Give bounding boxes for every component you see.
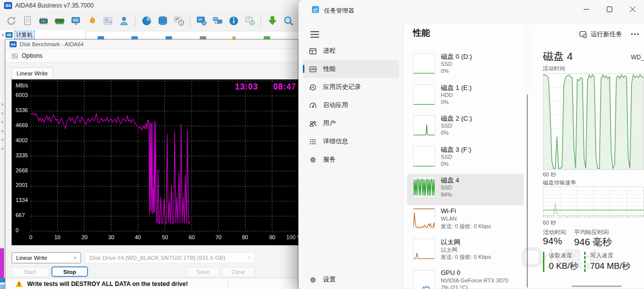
device-list-item-disk1[interactable]: 磁盘 1 (E:) HDD 0% xyxy=(407,81,524,113)
aida64-titlebar[interactable]: 64 AIDA64 Business v7.35.7000 xyxy=(0,0,302,11)
cpu-icon[interactable] xyxy=(37,14,50,27)
horizontal-scrollbar[interactable] xyxy=(572,285,622,287)
start-button[interactable]: Start xyxy=(12,267,48,277)
read-speed-label: 读取速度 xyxy=(549,252,579,259)
aida64-logo-icon: 64 xyxy=(10,41,17,47)
maximize-button[interactable] xyxy=(598,0,621,18)
device-list-item-disk3[interactable]: 磁盘 3 (F:) SSD 0% xyxy=(407,143,524,174)
report-monitor-icon[interactable] xyxy=(195,14,208,27)
task-manager-titlebar[interactable]: 任务管理器 xyxy=(299,0,644,18)
chevron-down-icon[interactable]: ˅ xyxy=(2,32,5,38)
task-manager-title: 任务管理器 xyxy=(324,7,354,15)
sidebar-item-settings[interactable]: 设置 xyxy=(303,271,399,288)
device-sparkline xyxy=(413,177,435,198)
tree-collapse-chevron[interactable]: > xyxy=(1,111,4,116)
device-subtitle: HDD xyxy=(441,92,453,98)
sidebar-item-startup[interactable]: 启动应用 xyxy=(303,97,399,114)
save-button[interactable]: Save xyxy=(187,267,219,277)
list-scrollbar-thumb[interactable] xyxy=(527,94,528,287)
device-subtitle: SSD xyxy=(441,61,452,67)
benchmark-icon[interactable] xyxy=(172,14,185,27)
transfer-chart-label: 磁盘传输速率 xyxy=(543,179,576,186)
y-tick-label: 667 xyxy=(16,212,25,218)
write-speed-label: 写入速度 xyxy=(590,252,630,259)
navigation-menu-button[interactable] xyxy=(306,27,323,42)
run-new-task-button[interactable]: 运行新任务 xyxy=(575,28,626,41)
read-speed-value: 0 KB/秒 xyxy=(549,260,579,272)
tree-collapse-chevron[interactable]: > xyxy=(1,102,4,107)
clock-time: 13:03 xyxy=(235,82,258,91)
tree-collapse-chevron[interactable]: > xyxy=(1,129,4,134)
preferences-icon[interactable] xyxy=(101,14,114,27)
device-list-item-gpu0[interactable]: GPU 0 NVIDIA GeForce RTX 3070 7% (21 °C) xyxy=(407,267,524,289)
report-icon[interactable] xyxy=(21,14,34,27)
tree-collapse-chevron[interactable]: > xyxy=(1,120,4,125)
device-list-item-disk0[interactable]: 磁盘 0 (D:) SSD 0% xyxy=(407,50,524,81)
device-list-item-disk4[interactable]: 磁盘 4 SSD 94% xyxy=(407,174,524,205)
device-list-item-wifi[interactable]: Wi-Fi WLAN 发送: 0 接收: 0 Kbps xyxy=(407,205,524,236)
linear-write-chart xyxy=(31,80,299,232)
x-tick-label: 0 xyxy=(29,234,32,240)
chart1-x-label: 60 秒 xyxy=(543,171,556,178)
detail-disk-model: WD_ xyxy=(631,54,644,61)
drive-select[interactable]: Disk Drive #4 [WD_BLACK SN7100 1TB] (931… xyxy=(85,252,255,263)
device-list-item-disk2[interactable]: 磁盘 2 (C:) SSD 0% xyxy=(407,112,524,143)
chevron-down-icon: ˅ xyxy=(248,255,251,260)
disk-icon[interactable] xyxy=(140,14,153,27)
more-options-button[interactable] xyxy=(629,29,641,39)
history-icon xyxy=(309,83,317,91)
read-speed-block: 读取速度 0 KB/秒 xyxy=(543,252,579,272)
warning-text: Write tests will DESTROY ALL DATA on the… xyxy=(27,280,188,287)
minimize-button[interactable] xyxy=(575,0,598,18)
display-icon[interactable] xyxy=(69,14,82,27)
sidebar-item-performance[interactable]: 性能 xyxy=(303,60,399,78)
info-icon[interactable] xyxy=(227,14,240,27)
aida64-toolbar xyxy=(0,11,302,30)
update-icon[interactable] xyxy=(266,14,279,27)
sidebar-item-label: 进程 xyxy=(323,47,336,55)
test-type-select[interactable]: Linear Write ˅ xyxy=(12,252,81,263)
flame-icon[interactable] xyxy=(85,14,98,27)
remote-monitor-icon[interactable] xyxy=(243,14,256,27)
database-icon[interactable] xyxy=(156,14,169,27)
clear-button[interactable]: Clear xyxy=(222,267,255,277)
tree-item-label[interactable]: 计算机 xyxy=(15,31,34,39)
search-icon[interactable] xyxy=(282,14,295,27)
disk-benchmark-titlebar[interactable]: 64 Disk Benchmark - AIDA64 xyxy=(6,40,298,49)
device-list-item-ethernet[interactable]: 以太网 以太网 发送: 0 接收: 0 Kbps xyxy=(407,236,524,267)
sidebar-item-processes[interactable]: 进程 xyxy=(303,42,399,60)
active-time-chart xyxy=(543,73,644,170)
sidebar-item-label: 用户 xyxy=(323,119,336,128)
device-subtitle: WLAN xyxy=(441,216,457,222)
x-tick-label: 80 xyxy=(242,234,248,240)
sidebar-item-details[interactable]: 详细信息 xyxy=(303,133,399,150)
stop-button[interactable]: Stop xyxy=(51,266,88,277)
performance-icon xyxy=(309,65,317,73)
elapsed-time: 08:47 xyxy=(273,82,296,91)
tab-linear-write[interactable]: Linear Write xyxy=(12,67,53,79)
memory-icon[interactable] xyxy=(53,14,66,27)
activity-chart-label: 活动时间 xyxy=(543,65,565,72)
device-stat: 发送: 0 接收: 0 Kbps xyxy=(441,223,491,230)
sidebar-item-label: 详细信息 xyxy=(323,137,348,146)
details-icon xyxy=(309,138,317,146)
users-icon xyxy=(309,120,317,128)
network-icon[interactable] xyxy=(211,14,224,27)
disk-benchmark-menubar: Options xyxy=(6,49,298,63)
sidebar-item-services[interactable]: 服务 xyxy=(303,151,399,168)
tree-collapse-chevron[interactable]: > xyxy=(1,146,4,151)
refresh-icon[interactable] xyxy=(5,14,18,27)
sidebar-item-users[interactable]: 用户 xyxy=(303,115,399,132)
device-name: 磁盘 3 (F:) xyxy=(441,145,471,154)
close-button[interactable] xyxy=(621,0,644,18)
sidebar-item-label: 启动应用 xyxy=(323,101,348,110)
x-tick-label: 10 xyxy=(54,234,60,240)
status-divider xyxy=(228,280,228,288)
sidebar-item-app-history[interactable]: 应用历史记录 xyxy=(303,78,399,96)
ellipsis-icon xyxy=(631,33,639,35)
user-icon[interactable] xyxy=(117,14,130,27)
avg-response-stat-value: 946 毫秒 xyxy=(574,236,612,249)
tree-collapse-chevron[interactable]: > xyxy=(1,137,4,142)
computer-icon xyxy=(6,32,13,38)
options-menu[interactable]: Options xyxy=(6,49,47,62)
